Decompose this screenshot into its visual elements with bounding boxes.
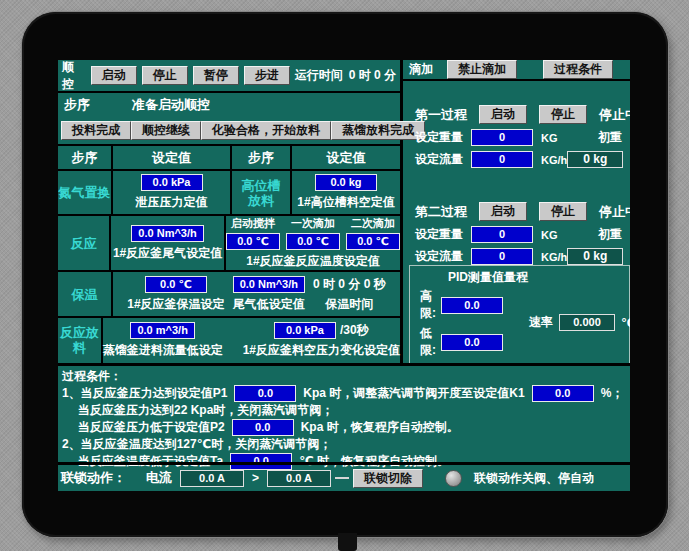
pause-button[interactable]: 暂停 xyxy=(193,66,239,85)
test-ok-discharge-button[interactable]: 化验合格，开始放料 xyxy=(201,121,331,140)
process2-weight-field[interactable]: 0 xyxy=(471,226,533,243)
row-label-head-tank-discharge: 高位槽 放料 xyxy=(232,171,292,214)
drip-label: 滴加 xyxy=(409,61,433,78)
stop-button[interactable]: 停止 xyxy=(142,66,188,85)
process1-weight-label: 设定重量 xyxy=(415,129,463,146)
process2-flow-unit: KG/h xyxy=(541,251,567,263)
start-button[interactable]: 启动 xyxy=(91,66,137,85)
hold-temp-setpoint-field[interactable]: 0.0 ℃ xyxy=(145,276,207,293)
row-label-reaction: 反应 xyxy=(58,216,111,270)
head-tank-empty-caption: 1#高位槽料空定值 xyxy=(297,194,394,211)
condition3-pre: 当反应釜压力低于设定值P2 xyxy=(78,419,225,436)
p1-pressure-setpoint-field[interactable]: 0.0 xyxy=(234,385,296,402)
feed-done-button[interactable]: 投料完成 xyxy=(61,121,131,140)
first-drip-label: 一次滴加 xyxy=(291,216,335,231)
pid-rate-group: 速率 0.000 ℃/m xyxy=(529,314,630,331)
process2-initial-weight-display: 0 kg xyxy=(567,248,623,265)
pid-high-field[interactable]: 0.0 xyxy=(441,297,503,314)
process1-flow-field[interactable]: 0 xyxy=(471,151,533,168)
distill-feed-flow-group: 0.0 m^3/h 蒸馏釜进料流量低设定 xyxy=(103,322,223,359)
process2-start-button[interactable]: 启动 xyxy=(479,202,527,221)
step-setpoint-table: 步序 设定值 步序 设定值 氮气置换 0.0 kPa 泄压压力定值 高位槽 xyxy=(58,144,400,363)
process2-flow-field[interactable]: 0 xyxy=(471,248,533,265)
interlock-cutout-button[interactable]: 联锁切除 xyxy=(353,469,423,488)
condition-line-1: 1、当反应釜压力达到设定值P1 0.0 Kpa 时，调整蒸汽调节阀开度至设定值K… xyxy=(62,385,626,402)
process1-title: 第一过程 xyxy=(415,106,467,124)
table-row: 反应放料 0.0 m^3/h 蒸馏釜进料流量低设定 0.0 kPa xyxy=(58,318,400,363)
row-label-nitrogen-purge: 氮气置换 xyxy=(58,171,113,214)
pid-range-panel: PID测量值量程 高限: 0.0 低限: 0.0 xyxy=(409,265,630,363)
forbid-drip-button[interactable]: 禁止滴加 xyxy=(447,60,517,79)
interlock-bar: 联锁动作： 电流 0.0 A > 0.0 A 联锁切除 联锁动作关阀、停自动 xyxy=(58,462,630,491)
sequence-continue-button[interactable]: 顺控继续 xyxy=(131,121,201,140)
cell-heat-hold: 0.0 ℃ 1#反应釜保温设定 0.0 Nm^3/h 尾气低设定值 0 时 0 … xyxy=(113,272,400,315)
tail-gas-setpoint-field[interactable]: 0.0 Nm^3/h xyxy=(131,225,203,242)
first-drip-temp-field[interactable]: 0.0 ℃ xyxy=(286,233,340,250)
runtime-label: 运行时间 xyxy=(295,67,343,84)
pid-low-field[interactable]: 0.0 xyxy=(441,334,503,351)
condition1-pre: 1、当反应釜压力达到设定值P1 xyxy=(62,385,227,402)
hold-time-caption: 保温时间 xyxy=(325,296,373,313)
head-tank-label-line2: 放料 xyxy=(248,193,274,208)
stir-start-temp-field[interactable]: 0.0 ℃ xyxy=(226,233,280,250)
pid-range-title: PID测量值量程 xyxy=(420,269,627,286)
process1-initial-weight-display: 0 kg xyxy=(567,151,623,168)
distill-feed-flow-caption: 蒸馏釜进料流量低设定 xyxy=(103,342,223,359)
distill-feed-flow-low-field[interactable]: 0.0 m^3/h xyxy=(130,322,194,339)
first-drip-group: 一次滴加 0.0 ℃ xyxy=(286,216,340,250)
process1-panel: 第一过程 启动 停止 停止中 设定重量 0 KG 初重 设定流量 0 K xyxy=(403,105,630,168)
pid-high-label: 高限: xyxy=(420,288,436,322)
tail-gas-low-caption: 尾气低设定值 xyxy=(233,296,305,313)
condition-line-2: 当反应釜压力达到22 Kpa时，关闭蒸汽调节阀； xyxy=(62,402,626,419)
process1-title-row: 第一过程 启动 停止 停止中 xyxy=(403,105,630,124)
relief-pressure-caption: 泄压压力定值 xyxy=(136,194,208,211)
second-drip-label: 二次滴加 xyxy=(351,216,395,231)
process2-initial-label: 初重 xyxy=(598,226,622,243)
k1-valve-open-setpoint-field[interactable]: 0.0 xyxy=(532,385,594,402)
process-conditions-button[interactable]: 过程条件 xyxy=(543,60,613,79)
empty-pressure-change-field[interactable]: 0.0 kPa xyxy=(274,322,336,339)
header-step: 步序 xyxy=(58,146,113,169)
step-button[interactable]: 步进 xyxy=(244,66,290,85)
condition-line-4: 2、当反应釜温度达到127℃时，关闭蒸汽调节阀； xyxy=(62,436,626,453)
pid-low-row: 低限: 0.0 xyxy=(420,325,503,359)
empty-pressure-change-caption: 1#反应釜料空压力变化设定值 xyxy=(243,342,400,359)
process1-flow-unit: KG/h xyxy=(541,154,567,166)
process2-stop-button[interactable]: 停止 xyxy=(539,202,587,221)
pid-low-label: 低限: xyxy=(420,325,436,359)
stir-start-label: 启动搅拌 xyxy=(231,216,275,231)
process1-flow-row: 设定流量 0 KG/h 0 kg xyxy=(403,151,630,168)
pid-high-row: 高限: 0.0 xyxy=(420,288,503,322)
process1-weight-field[interactable]: 0 xyxy=(471,129,533,146)
process2-weight-unit: KG xyxy=(541,229,558,241)
sequence-control-label: 顺控 xyxy=(62,60,86,93)
current-limit-display: 0.0 A xyxy=(267,470,331,487)
process1-stop-button[interactable]: 停止 xyxy=(539,105,587,124)
head-tank-empty-setpoint-field[interactable]: 0.0 kg xyxy=(315,174,377,191)
process-conditions-section: 过程条件： 1、当反应釜压力达到设定值P1 0.0 Kpa 时，调整蒸汽调节阀开… xyxy=(58,363,630,462)
stir-start-group: 启动搅拌 0.0 ℃ xyxy=(226,216,280,250)
reaction-temp-caption: 1#反应釜反应温度设定值 xyxy=(246,253,379,270)
relief-pressure-setpoint-field[interactable]: 0.0 kPa xyxy=(141,174,203,191)
table-header-row: 步序 设定值 步序 设定值 xyxy=(58,146,400,171)
discharge-group: 0.0 m^3/h 蒸馏釜进料流量低设定 0.0 kPa /30秒 1#反应釜料… xyxy=(103,322,400,359)
process2-flow-label: 设定流量 xyxy=(415,248,463,265)
tail-gas-low-setpoint-field[interactable]: 0.0 Nm^3/h xyxy=(233,276,305,293)
cell-reaction-discharge: 0.0 m^3/h 蒸馏釜进料流量低设定 0.0 kPa /30秒 1#反应釜料… xyxy=(103,318,400,363)
header-setvalue: 设定值 xyxy=(113,146,232,169)
process1-start-button[interactable]: 启动 xyxy=(479,105,527,124)
row-label-heat-hold: 保温 xyxy=(58,272,113,315)
hmi-screen: 顺控 启动 停止 暂停 步进 运行时间 0 时 0 分 步序 准备启动顺控 投料… xyxy=(58,60,630,491)
current-label: 电流 xyxy=(146,469,172,487)
runtime-value: 0 时 0 分 xyxy=(349,67,396,84)
process2-status: 停止中 xyxy=(599,203,630,221)
hold-temp-caption: 1#反应釜保温设定 xyxy=(127,296,224,313)
header-setvalue-2: 设定值 xyxy=(292,146,400,169)
step-status-label: 步序 xyxy=(64,96,90,114)
comparator-symbol: > xyxy=(252,471,259,485)
p2-pressure-setpoint-field[interactable]: 0.0 xyxy=(232,419,294,436)
cell-relief-pressure: 0.0 kPa 泄压压力定值 xyxy=(113,171,232,214)
hold-time-value: 0 时 0 分 0 秒 xyxy=(313,276,386,293)
table-row: 反应 0.0 Nm^3/h 1#反应釜尾气设定值 启动搅拌 0.0 ℃ xyxy=(58,216,400,272)
second-drip-temp-field[interactable]: 0.0 ℃ xyxy=(346,233,400,250)
